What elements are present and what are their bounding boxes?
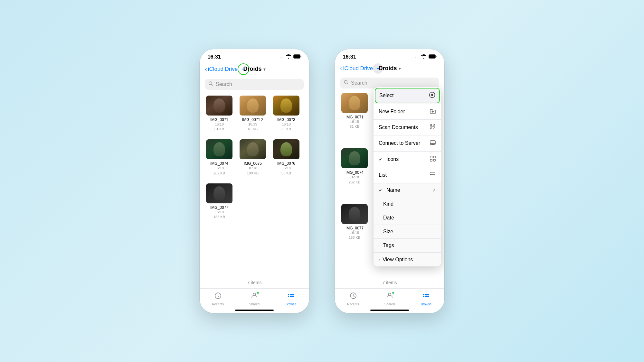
status-bar-left: 16:31 ···	[200, 49, 309, 62]
svg-rect-24	[430, 141, 435, 144]
nav-chevron-left[interactable]: ▾	[263, 67, 266, 72]
svg-rect-10	[436, 56, 437, 57]
svg-point-4	[253, 293, 256, 296]
tab-browse-right[interactable]: Browse	[415, 292, 437, 306]
file-name-0071: IMG_0071	[210, 117, 228, 122]
home-indicator-right	[335, 307, 444, 313]
search-icon-right	[344, 80, 348, 86]
dropdown-kind[interactable]: Kind	[374, 197, 441, 211]
search-bar-left[interactable]: Search	[205, 79, 304, 90]
dropdown-new-folder[interactable]: New Folder	[374, 104, 441, 120]
file-meta-0073: 16:1835 KB	[281, 122, 291, 132]
nav-title-container-right: Droids ▾	[378, 65, 401, 72]
file-item-0076[interactable]: IMG_0076 16:1856 KB	[272, 139, 301, 176]
recents-icon-right	[349, 292, 357, 302]
dropdown-select[interactable]: Select	[375, 88, 440, 103]
name-checkmark: ✓	[379, 188, 383, 193]
svg-rect-28	[433, 159, 435, 161]
file-name-right-0071: IMG_0071	[346, 115, 364, 119]
file-thumb-0076	[273, 139, 299, 159]
signal-dots-right: ···	[415, 55, 419, 59]
tab-shared-label-right: Shared	[384, 302, 395, 306]
file-item-right-0071[interactable]: IMG_0071 16:1861 KB	[340, 93, 369, 129]
dropdown-tags-label: Tags	[383, 243, 394, 248]
dropdown-menu: Select New Folder Scan Documents	[374, 87, 441, 266]
file-name-right-0077: IMG_0077	[346, 226, 364, 230]
svg-rect-5	[288, 294, 289, 295]
new-folder-icon	[430, 108, 436, 116]
file-thumb-0075	[240, 139, 266, 159]
back-arrow-left: ‹	[205, 65, 207, 73]
back-arrow-right: ‹	[340, 65, 342, 72]
grid-row-3: IMG_0077 16:18183 KB	[205, 183, 304, 220]
file-item-0071[interactable]: IMG_0071 16:1861 KB	[205, 96, 234, 132]
tab-recents-label-left: Recents	[212, 302, 224, 306]
file-grid-left: IMG_0071 16:1861 KB IMG_0071 2 16:1961 K…	[200, 93, 309, 279]
home-indicator-left	[200, 307, 309, 313]
file-name-0073: IMG_0073	[277, 117, 295, 122]
file-meta-0075: 16:18199 KB	[247, 166, 259, 176]
search-placeholder-left: Search	[216, 81, 232, 87]
back-label-right: iCloud Drive	[343, 65, 373, 72]
svg-rect-14	[423, 294, 424, 295]
file-name-0074: IMG_0074	[210, 161, 228, 166]
svg-rect-7	[290, 294, 294, 295]
svg-point-31	[430, 176, 431, 176]
search-bar-right[interactable]: Search	[340, 78, 439, 88]
dropdown-size[interactable]: Size	[374, 225, 441, 239]
file-thumb-right-0074	[341, 148, 368, 168]
svg-rect-15	[423, 296, 424, 297]
file-name-0075: IMG_0075	[244, 161, 262, 166]
tab-browse-left[interactable]: Browse	[279, 292, 302, 306]
phone-left: 16:31 ··· ‹ iCloud Drive	[200, 49, 309, 313]
icons-icon	[430, 155, 436, 163]
dropdown-date[interactable]: Date	[374, 211, 441, 225]
nav-chevron-right[interactable]: ▾	[399, 66, 401, 71]
file-meta-0076: 16:1856 KB	[281, 166, 291, 176]
file-item-right-0074[interactable]: IMG_0074 16:18262 KB	[340, 148, 369, 185]
tab-recents-label-right: Recents	[347, 302, 359, 306]
svg-rect-26	[433, 156, 435, 158]
svg-point-13	[388, 293, 391, 296]
nav-bar-right: ‹ iCloud Drive Droids ▾ ···	[335, 62, 444, 76]
tab-shared-label-left: Shared	[249, 302, 260, 306]
list-icon	[430, 171, 436, 179]
status-icons-left: ···	[280, 54, 301, 60]
dropdown-icons[interactable]: ✓ Icons	[374, 152, 441, 167]
svg-rect-21	[434, 125, 435, 126]
file-item-0075[interactable]: IMG_0075 16:18199 KB	[238, 139, 267, 176]
file-item-0077[interactable]: IMG_0077 16:18183 KB	[205, 183, 234, 220]
file-item-right-0077[interactable]: IMG_0077 16:18183 KB	[340, 204, 369, 240]
dropdown-name[interactable]: ✓ Name ∧	[374, 183, 441, 197]
dropdown-view-options[interactable]: › View Options	[374, 253, 441, 266]
nav-title-left: Droids	[243, 66, 261, 72]
shared-badge-left	[257, 292, 259, 294]
tab-shared-right[interactable]: Shared	[378, 292, 401, 306]
dropdown-kind-label: Kind	[383, 201, 393, 207]
tab-browse-label-right: Browse	[421, 302, 431, 306]
svg-point-19	[431, 94, 433, 96]
file-item-00712[interactable]: IMG_0071 2 16:1961 KB	[238, 96, 267, 132]
dropdown-tags[interactable]: Tags	[374, 239, 441, 253]
dropdown-new-folder-label: New Folder	[379, 109, 405, 115]
file-item-0074[interactable]: IMG_0074 16:18262 KB	[205, 139, 234, 176]
dropdown-scan-documents[interactable]: Scan Documents	[374, 120, 441, 135]
file-item-0073[interactable]: IMG_0073 16:1835 KB	[272, 96, 301, 132]
file-thumb-00712	[240, 96, 266, 116]
tab-recents-left[interactable]: Recents	[207, 292, 229, 306]
svg-rect-27	[430, 159, 432, 161]
file-thumb-0073	[273, 96, 299, 116]
server-icon	[430, 139, 436, 147]
tab-recents-right[interactable]: Recents	[342, 292, 365, 306]
file-name-0076: IMG_0076	[277, 161, 295, 166]
scan-icon	[430, 124, 436, 131]
svg-rect-22	[431, 128, 432, 129]
dropdown-icons-label: Icons	[386, 156, 399, 162]
dropdown-list[interactable]: List	[374, 167, 441, 183]
dropdown-connect-server[interactable]: Connect to Server	[374, 135, 441, 151]
phone-right: 16:31 ··· ‹ iCloud Drive	[335, 49, 444, 313]
tab-shared-left[interactable]: Shared	[243, 292, 266, 306]
back-button-right[interactable]: ‹ iCloud Drive	[340, 65, 373, 72]
dropdown-date-label: Date	[383, 215, 394, 221]
back-button-left[interactable]: ‹ iCloud Drive	[205, 66, 238, 73]
